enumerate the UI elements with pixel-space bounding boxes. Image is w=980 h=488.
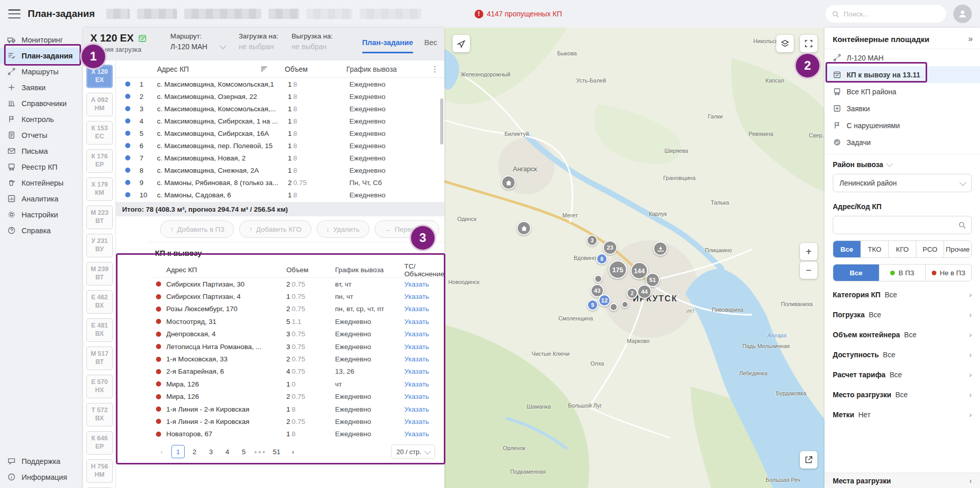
panel-item-Все КП района[interactable]: Все КП района [825, 83, 980, 100]
upper-table-scrollbar[interactable] [440, 98, 443, 145]
map-cluster[interactable]: 12 [598, 294, 611, 307]
map-cluster[interactable]: 2 [626, 288, 638, 299]
filter-Расчет тарифа[interactable]: Расчет тарифаВсе› [825, 364, 980, 384]
table-row[interactable]: 1 с. Максимовщина, Комсомольская,1 18 Еж… [116, 78, 444, 90]
tab-План-задание[interactable]: План-задание [362, 38, 413, 53]
unload-value[interactable]: не выбран [291, 43, 332, 51]
pickup-row[interactable]: Мира, 126 20.75 Ежедневно Указать [151, 391, 440, 403]
filter-Место разгрузки[interactable]: Место разгрузкиВсе› [825, 384, 980, 404]
sidebar-item-Настройки[interactable]: Настройки [0, 207, 83, 222]
specify-link[interactable]: Указать [404, 380, 429, 388]
sidebar-item-Контроль[interactable]: Контроль [0, 111, 83, 127]
specify-link[interactable]: Указать [404, 418, 429, 425]
avatar[interactable] [953, 5, 972, 23]
table-row[interactable]: 6 с. Максимовщина, пер. Полевой, 15 18 Е… [116, 139, 444, 152]
page-ellipsis[interactable]: ●●● [253, 445, 267, 458]
map-zoom-out-button[interactable]: − [800, 261, 817, 279]
status-filter-Не в ПЗ[interactable]: Не в ПЗ [925, 265, 971, 281]
sidebar-item-Аналитика[interactable]: Аналитика [0, 191, 83, 207]
pickup-row[interactable]: 1-я Линия - 2-я Кировская 20.75 Ежедневн… [151, 415, 440, 428]
status-filter-Все[interactable]: Все [833, 265, 879, 281]
map-locate-button[interactable] [453, 35, 470, 52]
status-filter-В ПЗ[interactable]: В ПЗ [879, 265, 925, 281]
type-filter-КГО[interactable]: КГО [888, 241, 916, 257]
menu-icon[interactable] [8, 9, 21, 18]
panel-item-Задачи[interactable]: Задачи [825, 134, 980, 151]
map-zoom-in-button[interactable]: + [800, 243, 817, 260]
filter-Категория КП[interactable]: Категория КПВсе› [825, 284, 980, 304]
address-code-input-box[interactable] [833, 216, 972, 234]
pickup-row[interactable]: Сибирских Партизан, 30 20.75 вт, чт Указ… [151, 278, 440, 290]
sidebar-item-Маршруты[interactable]: Маршруты [0, 64, 83, 79]
filter-Метки[interactable]: МеткиНет› [825, 404, 980, 424]
page-3[interactable]: 3 [204, 445, 218, 458]
table-row[interactable]: 10 с. Мамоны, Садовая, 6 18 Ежедневно [116, 189, 444, 201]
vehicle-chip[interactable]: М 517ВТ [86, 347, 113, 370]
vehicle-chip[interactable]: У 231ВУ [86, 234, 113, 257]
type-filter-ТКО[interactable]: ТКО [860, 241, 888, 257]
map-pin[interactable] [653, 241, 668, 256]
map-canvas[interactable]: НикольскБыковаЖелезнодорожныйУсть-БалейК… [444, 28, 825, 488]
vehicle-chip[interactable]: К 176ЕР [86, 149, 113, 173]
sidebar-item-Мониторинг[interactable]: Мониторинг [0, 32, 83, 48]
vehicle-chip[interactable]: М 223ВТ [86, 206, 113, 229]
page-prev[interactable]: ‹ [155, 445, 168, 458]
missed-kp-alert[interactable]: ! 4147 пропущенных КП [475, 10, 562, 18]
specify-link[interactable]: Указать [404, 305, 429, 313]
filter-Погрузка[interactable]: ПогрузкаВсе› [825, 304, 980, 324]
address-code-input[interactable] [838, 221, 958, 229]
table-row[interactable]: 4 с. Максимовщина, Сибирская, 1 на ... 1… [116, 115, 444, 127]
type-filter-Все[interactable]: Все [833, 241, 860, 257]
button-Добавить в ПЗ[interactable]: ↑Добавить в ПЗ [160, 220, 234, 238]
specify-link[interactable]: Указать [404, 280, 429, 288]
map-cluster[interactable]: 175 [609, 260, 627, 279]
pickup-row[interactable]: Мира, 126 10 чт Указать [151, 378, 440, 390]
sidebar-item-Заявки[interactable]: Заявки [0, 79, 83, 95]
sidebar-item-Информация[interactable]: Информация [0, 469, 83, 485]
specify-link[interactable]: Указать [404, 405, 429, 413]
route-select[interactable]: Л-120 МАН [170, 43, 225, 51]
map-cluster[interactable]: 9 [587, 299, 598, 311]
page-next[interactable]: › [286, 445, 300, 458]
district-label[interactable]: Район вывоза [833, 160, 972, 169]
sidebar-item-Реестр КП[interactable]: Реестр КП [0, 159, 83, 175]
table-row[interactable]: 7 с. Максимовщина, Новая, 2 18 Ежедневно [116, 152, 444, 164]
vehicle-chip[interactable]: Е 570НХ [86, 375, 113, 398]
panel-item-С нарушениями[interactable]: С нарушениями [825, 117, 980, 134]
sidebar-item-План-задания[interactable]: План-задания [0, 48, 83, 64]
sort-icon[interactable] [261, 66, 268, 72]
table-menu-icon[interactable]: ⋮ [431, 65, 441, 74]
pickup-row[interactable]: 1-я Московская, 33 20.75 Ежедневно Указа… [151, 353, 440, 365]
map-cluster[interactable] [594, 275, 602, 283]
map-fullscreen-button[interactable] [800, 35, 817, 52]
panel-item-КП к вывозу на 13.11[interactable]: КП к вывозу на 13.11 [825, 66, 980, 83]
vehicle-chip[interactable]: К 153ЕС [86, 121, 113, 145]
filter-Объем контейнера[interactable]: Объем контейнераВсе› [825, 324, 980, 344]
sidebar-item-Справка[interactable]: Справка [0, 222, 83, 238]
panel-item-Л-120 МАН[interactable]: Л-120 МАН [825, 49, 980, 66]
sidebar-item-Поддержка[interactable]: Поддержка [0, 453, 83, 469]
button-Добавить КГО[interactable]: ↑Добавить КГО [239, 220, 311, 238]
specify-link[interactable]: Указать [404, 343, 429, 351]
load-value[interactable]: не выбран [239, 43, 278, 51]
sidebar-item-Контейнеры[interactable]: Контейнеры [0, 175, 83, 191]
pickup-row[interactable]: Сибирских Партизан, 4 10.75 пн, чт Указа… [151, 290, 440, 302]
vehicle-chip[interactable]: А 092НМ [86, 93, 113, 116]
tab-Вес[interactable]: Вес [424, 38, 437, 53]
button-Удалить[interactable]: ↓Удалить [317, 220, 369, 238]
map-cluster[interactable] [621, 301, 629, 308]
vehicle-chip[interactable]: Т 572ВХ [86, 403, 113, 426]
map-cluster[interactable]: 8 [596, 253, 607, 265]
specify-link[interactable]: Указать [404, 368, 429, 375]
map-cluster[interactable]: 23 [603, 240, 617, 255]
specify-link[interactable]: Указать [404, 293, 429, 300]
collapse-panel-icon[interactable]: » [968, 34, 973, 44]
pickup-row[interactable]: 2-я Батарейная, 6 40.75 13, 26 Указать [151, 365, 440, 378]
page-2[interactable]: 2 [188, 445, 201, 458]
map-layers-button[interactable] [776, 35, 794, 52]
table-row[interactable]: 9 с. Мамоны, Рябиновая, 8 (только за... … [116, 176, 444, 189]
unload-places-footer[interactable]: Места разгрузки› [825, 473, 980, 488]
sidebar-item-Отчеты[interactable]: Отчеты [0, 127, 83, 143]
search-icon[interactable] [958, 221, 966, 229]
pickup-row[interactable]: Днепровская, 4 30.75 Ежедневно Указать [151, 328, 440, 340]
